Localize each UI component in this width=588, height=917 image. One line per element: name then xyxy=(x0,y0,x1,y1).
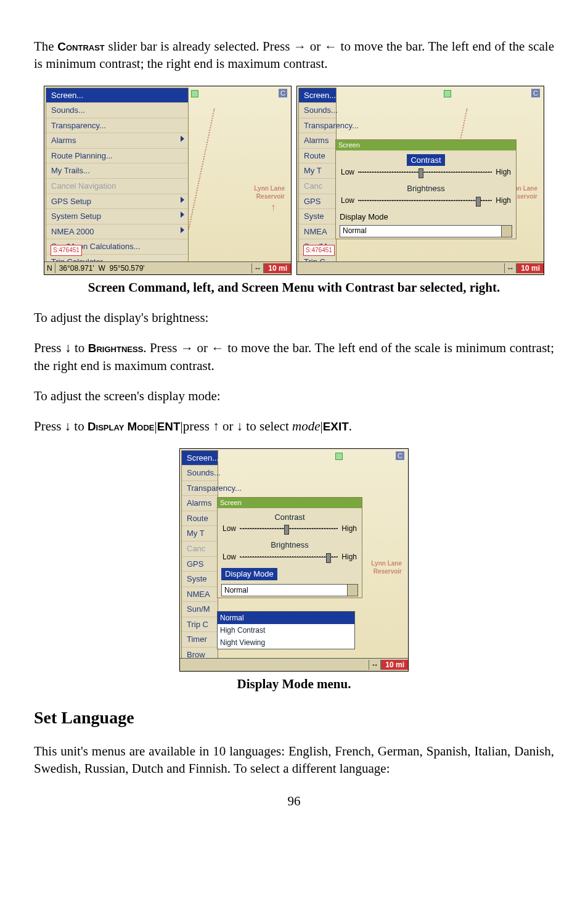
zoom-level: 10 mi xyxy=(381,660,408,670)
menu-item[interactable]: Sounds... xyxy=(299,103,336,118)
menu-item[interactable]: Screen... xyxy=(182,451,218,466)
display-mode-instructions: Press ↓ to Display Mode|ENT|press ↑ or ↓… xyxy=(34,417,554,435)
menu-item[interactable]: NMEA xyxy=(299,224,336,240)
mode-option-high-contrast[interactable]: High Contrast xyxy=(218,624,354,636)
contrast-title: Contrast xyxy=(407,154,444,167)
slider-high-label: High xyxy=(341,524,357,533)
contrast-slider[interactable]: Low High xyxy=(223,524,357,533)
menu-item[interactable]: My T xyxy=(299,163,336,179)
slider-track xyxy=(240,528,338,529)
slider-thumb-icon[interactable] xyxy=(419,168,423,178)
status-bar: ↔ 10 mi xyxy=(180,658,408,671)
contrast-title: Contrast xyxy=(274,512,304,523)
menu-item[interactable]: Trip C xyxy=(182,617,218,633)
display-mode-dropdown[interactable]: Normal xyxy=(340,225,512,237)
contrast-section: Contrast Low High xyxy=(341,154,511,178)
menu-item[interactable]: Transparency... xyxy=(299,118,336,134)
figure-display-mode: C Lynn Lane Reservoir Screen... Sounds..… xyxy=(34,448,554,672)
map-trail-line xyxy=(188,108,216,229)
gps-screenshot-right: C Lynn Lane Reservoir Screen... Sounds..… xyxy=(296,86,544,275)
zoom-level: 10 mi xyxy=(264,263,291,273)
menu-item-nmea-2000[interactable]: NMEA 2000 xyxy=(46,224,188,240)
coord-n-label: N xyxy=(44,263,55,273)
menu-item[interactable]: Screen... xyxy=(299,88,336,104)
menu-item[interactable]: Sun/M xyxy=(182,602,218,617)
display-mode-smallcaps: Display Mode xyxy=(88,420,155,433)
display-mode-value: Normal xyxy=(343,226,367,236)
pan-arrows-icon: ↔ xyxy=(251,263,264,273)
menu-item[interactable]: Alarms xyxy=(182,496,218,511)
map-reservoir-label: Lynn Lane Reservoir xyxy=(254,184,285,201)
contrast-slider[interactable]: Low High xyxy=(341,167,511,177)
menu-item-cancel-navigation: Cancel Navigation xyxy=(46,179,188,194)
menu-item[interactable]: Route xyxy=(299,149,336,164)
brightness-slider[interactable]: Low High xyxy=(223,552,357,562)
display-mode-row: Display Mode xyxy=(340,212,512,223)
brightness-title: Brightness xyxy=(407,183,444,194)
brightness-lead: To adjust the display's brightness: xyxy=(34,309,554,326)
display-mode-row: Display Mode xyxy=(221,568,358,582)
menu-item[interactable]: Syste xyxy=(182,572,218,587)
menu-item-screen[interactable]: Screen... xyxy=(46,88,188,104)
submenu-arrow-icon xyxy=(181,227,184,233)
map-background: C Lynn Lane Reservoir ↑ xyxy=(195,89,287,249)
figure-screen-command: C Lynn Lane Reservoir ↑ Screen... Sounds… xyxy=(34,86,554,275)
menu-item[interactable]: GPS xyxy=(182,557,218,572)
slider-track xyxy=(240,556,338,557)
slider-thumb-icon[interactable] xyxy=(326,553,331,563)
page-number: 96 xyxy=(34,792,554,810)
menu-item-sounds[interactable]: Sounds... xyxy=(46,103,188,118)
menu-item-my-trails[interactable]: My Trails... xyxy=(46,163,188,179)
slider-low-label: Low xyxy=(341,167,354,177)
coord-lat: 36°08.971' W 95°50.579' xyxy=(55,263,252,273)
menu-item[interactable]: GPS xyxy=(299,194,336,210)
set-language-heading: Set Language xyxy=(34,706,554,730)
menu-item[interactable]: My T xyxy=(182,526,218,541)
slider-high-label: High xyxy=(496,195,511,205)
display-mode-dropdown[interactable]: Normal xyxy=(221,584,358,596)
menu-item[interactable]: Alarms xyxy=(299,133,336,149)
contrast-smallcaps: Contrast xyxy=(57,40,104,53)
menu-item[interactable]: Syste xyxy=(299,209,336,224)
display-mode-options-list: Normal High Contrast Night Viewing xyxy=(217,611,355,650)
dropdown-arrow-icon xyxy=(501,226,512,237)
mode-option-night-viewing[interactable]: Night Viewing xyxy=(218,636,354,649)
highway-badge: S:476451 xyxy=(51,245,82,256)
display-mode-dropdown-row: Normal xyxy=(340,225,512,237)
popup-title-bar: Screen xyxy=(336,140,516,150)
ent-key: ENT xyxy=(157,420,181,433)
display-mode-lead: To adjust the screen's display mode: xyxy=(34,387,554,405)
figure2-caption: Display Mode menu. xyxy=(34,675,554,693)
compass-c-badge: C xyxy=(279,89,287,97)
submenu-arrow-icon xyxy=(181,136,184,142)
slider-low-label: Low xyxy=(341,195,354,205)
screen-settings-popup: Screen Contrast Low High Brightness Low xyxy=(335,139,517,239)
menu-item[interactable]: Timer xyxy=(182,632,218,648)
menu-item[interactable]: Route xyxy=(182,511,218,527)
figure1-caption: Screen Command, left, and Screen Menu wi… xyxy=(34,279,554,296)
menu-item[interactable]: Transparency... xyxy=(182,481,218,496)
menu-item[interactable]: NMEA xyxy=(182,587,218,602)
north-arrow-icon: ↑ xyxy=(271,200,276,215)
status-bar: ↔ 10 mi xyxy=(297,261,544,274)
menu-item[interactable]: Sounds... xyxy=(182,466,218,481)
menu-item-system-setup[interactable]: System Setup xyxy=(46,209,188,224)
exit-key: EXIT xyxy=(323,420,349,433)
menu-item-route-planning[interactable]: Route Planning... xyxy=(46,149,188,164)
slider-thumb-icon[interactable] xyxy=(476,197,481,207)
compass-c-badge: C xyxy=(396,451,404,460)
pan-arrows-icon: ↔ xyxy=(504,263,517,273)
brightness-slider[interactable]: Low High xyxy=(341,195,511,205)
menu-item-gps-setup[interactable]: GPS Setup xyxy=(46,194,188,210)
slider-thumb-icon[interactable] xyxy=(284,525,289,535)
menu-item-transparency[interactable]: Transparency... xyxy=(46,118,188,134)
menu-item-alarms[interactable]: Alarms xyxy=(46,133,188,149)
mode-option-normal[interactable]: Normal xyxy=(218,612,354,624)
brightness-instructions: Press ↓ to Brightness. Press → or ← to m… xyxy=(34,339,554,374)
display-mode-label: Display Mode xyxy=(340,212,388,223)
selection-indicator-icon xyxy=(191,90,198,97)
set-language-body: This unit's menus are available in 10 la… xyxy=(34,742,554,778)
brightness-section: Brightness Low High xyxy=(341,183,511,205)
screen-settings-popup: Screen Contrast Low High Brightness Low xyxy=(217,497,362,598)
slider-high-label: High xyxy=(496,167,511,177)
